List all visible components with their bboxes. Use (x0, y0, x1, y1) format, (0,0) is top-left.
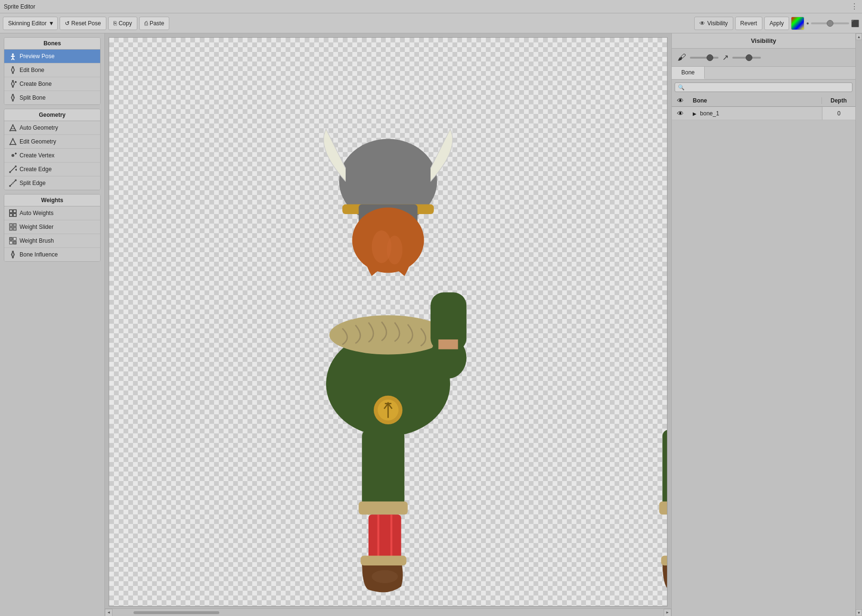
bones-section: Bones Preview Pose Edit Bone Create Bone (4, 37, 101, 105)
bone-search-input[interactable] (687, 84, 849, 91)
slider-min-icon: ● (806, 21, 809, 26)
scroll-down-arrow[interactable]: ▼ (856, 609, 862, 616)
bone-tab[interactable]: Bone (672, 67, 705, 79)
scroll-track[interactable] (856, 40, 862, 609)
svg-rect-37 (13, 210, 16, 213)
right-panel-scrollbar[interactable]: ▲ ▼ (855, 33, 862, 616)
weight-brush-button[interactable]: Weight Brush (4, 234, 100, 248)
bone-table-body: 👁 ▶ bone_1 0 (672, 107, 855, 120)
visibility-button[interactable]: 👁 Visibility (694, 17, 733, 30)
geometry-header: Geometry (4, 109, 100, 121)
auto-weights-button[interactable]: Auto Weights (4, 206, 100, 220)
split-edge-button[interactable]: Split Edge (4, 176, 100, 190)
edit-bone-icon (9, 66, 17, 74)
main-layout: Bones Preview Pose Edit Bone Create Bone (0, 33, 862, 616)
bone-row-name[interactable]: ▶ bone_1 (689, 110, 822, 117)
svg-rect-46 (10, 241, 12, 244)
create-bone-icon (9, 80, 17, 88)
canvas-viewport[interactable] (109, 37, 667, 606)
toolbar-slider[interactable] (811, 22, 849, 24)
bone-influence-button[interactable]: Bone Influence (4, 248, 100, 261)
paste-button[interactable]: ⎙ Paste (139, 17, 170, 30)
create-edge-button[interactable]: Create Edge (4, 163, 100, 176)
bone-depth-value[interactable]: 0 (822, 107, 855, 120)
sprite-canvas[interactable] (109, 38, 667, 606)
toolbar-slider-container: ● ⬛ (806, 20, 859, 27)
title-bar: Sprite Editor ⋮ (0, 0, 862, 13)
skinning-editor-dropdown[interactable]: Skinning Editor ▼ (3, 17, 58, 30)
auto-weights-label: Auto Weights (20, 210, 53, 216)
visibility-panel-header: Visibility (672, 33, 855, 49)
arrow-vis-icon: ↗ (722, 53, 729, 62)
right-panel-inner: Visibility 🖌 ↗ Bone 🔍 (672, 33, 862, 616)
left-panel: Bones Preview Pose Edit Bone Create Bone (0, 33, 105, 616)
scrollbar-thumb[interactable] (133, 611, 219, 614)
scroll-right-arrow[interactable]: ► (664, 609, 671, 616)
weights-section: Weights Auto Weights Weight Slider Weigh… (4, 194, 101, 262)
bone-name-label: bone_1 (700, 110, 719, 117)
svg-rect-38 (10, 214, 12, 216)
svg-marker-5 (11, 66, 14, 73)
apply-label: Apply (770, 20, 784, 27)
app-title: Sprite Editor (4, 3, 35, 10)
svg-rect-81 (359, 502, 408, 514)
svg-point-24 (11, 154, 14, 157)
cursor-opacity-slider[interactable] (732, 57, 761, 59)
svg-rect-39 (13, 214, 16, 216)
toolbar: Skinning Editor ▼ ↺ Reset Pose ⎘ Copy ⎙ … (0, 13, 862, 33)
reset-pose-icon: ↺ (65, 20, 70, 27)
create-edge-icon (9, 165, 17, 173)
reset-pose-button[interactable]: ↺ Reset Pose (60, 17, 106, 30)
svg-rect-67 (438, 339, 458, 349)
create-bone-label: Create Bone (20, 81, 51, 87)
weight-slider-button[interactable]: Weight Slider (4, 220, 100, 234)
edit-geometry-button[interactable]: Edit Geometry (4, 135, 100, 149)
geometry-section: Geometry Auto Geometry Edit Geometry Cre… (4, 109, 101, 190)
table-row[interactable]: 👁 ▶ bone_1 0 (672, 107, 855, 120)
canvas-area[interactable]: ◄ ► (105, 33, 671, 616)
search-icon: 🔍 (678, 84, 685, 91)
create-bone-button[interactable]: Create Bone (4, 77, 100, 91)
color-palette-button[interactable] (791, 17, 804, 30)
scroll-left-arrow[interactable]: ◄ (105, 609, 113, 616)
svg-point-33 (9, 185, 11, 187)
bone-tab-area: Bone (672, 67, 855, 80)
svg-point-29 (15, 165, 17, 167)
revert-label: Revert (740, 20, 757, 27)
auto-geometry-label: Auto Geometry (20, 124, 58, 131)
brush-opacity-slider[interactable] (690, 57, 718, 59)
copy-icon: ⎘ (113, 20, 117, 27)
create-vertex-button[interactable]: Create Vertex (4, 149, 100, 163)
bone-influence-label: Bone Influence (20, 251, 58, 258)
weight-slider-label: Weight Slider (20, 224, 53, 230)
svg-point-23 (15, 144, 17, 145)
split-edge-icon (9, 179, 17, 187)
preview-pose-button[interactable]: Preview Pose (4, 50, 100, 63)
split-bone-button[interactable]: Split Bone (4, 91, 100, 104)
menu-icon[interactable]: ⋮ (851, 2, 858, 11)
apply-button[interactable]: Apply (764, 17, 789, 30)
svg-point-22 (10, 144, 11, 145)
svg-rect-36 (10, 210, 12, 213)
svg-rect-47 (13, 241, 16, 244)
weight-brush-icon (9, 237, 17, 245)
edit-geometry-icon (9, 138, 17, 145)
svg-rect-88 (659, 502, 667, 514)
scroll-up-arrow[interactable]: ▲ (856, 33, 862, 40)
revert-button[interactable]: Revert (735, 17, 762, 30)
scrollbar-track[interactable] (113, 609, 664, 616)
bone-search-box[interactable]: 🔍 (675, 82, 852, 92)
edit-bone-label: Edit Bone (20, 67, 44, 73)
create-vertex-label: Create Vertex (20, 152, 54, 159)
bone-visibility-toggle[interactable]: 👁 (672, 110, 689, 117)
copy-button[interactable]: ⎘ Copy (108, 17, 137, 30)
auto-geometry-button[interactable]: Auto Geometry (4, 121, 100, 135)
brush-vis-icon: 🖌 (677, 52, 686, 62)
expand-arrow-icon[interactable]: ▶ (693, 111, 697, 116)
create-edge-label: Create Edge (20, 166, 51, 173)
svg-point-19 (10, 130, 11, 132)
split-bone-label: Split Bone (20, 94, 46, 101)
edit-bone-button[interactable]: Edit Bone (4, 63, 100, 77)
horizontal-scrollbar[interactable]: ◄ ► (105, 608, 671, 616)
canvas-background (109, 38, 667, 606)
